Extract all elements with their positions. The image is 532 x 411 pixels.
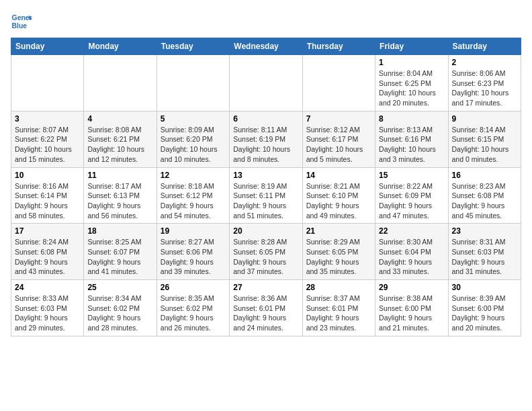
day-info: Sunrise: 8:29 AMSunset: 6:05 PMDaylight:… (306, 237, 371, 277)
weekday-header-saturday: Saturday (448, 38, 521, 55)
day-number: 6 (233, 114, 298, 124)
day-cell (84, 55, 157, 111)
day-number: 22 (379, 226, 444, 236)
day-number: 17 (15, 226, 80, 236)
weekday-header-sunday: Sunday (11, 38, 84, 55)
day-number: 28 (306, 283, 371, 292)
weekday-header-friday: Friday (375, 38, 448, 55)
day-cell: 25Sunrise: 8:34 AMSunset: 6:02 PMDayligh… (84, 280, 157, 336)
day-number: 11 (87, 171, 152, 180)
week-row-2: 10Sunrise: 8:16 AMSunset: 6:14 PMDayligh… (11, 167, 521, 224)
day-number: 26 (161, 283, 226, 292)
day-number: 29 (379, 283, 444, 292)
day-cell (302, 55, 375, 111)
day-number: 18 (87, 226, 152, 236)
day-cell: 7Sunrise: 8:12 AMSunset: 6:17 PMDaylight… (302, 111, 375, 167)
day-number: 2 (452, 58, 517, 67)
day-info: Sunrise: 8:14 AMSunset: 6:15 PMDaylight:… (452, 125, 517, 165)
day-cell: 24Sunrise: 8:33 AMSunset: 6:03 PMDayligh… (11, 280, 84, 336)
day-cell: 9Sunrise: 8:14 AMSunset: 6:15 PMDaylight… (448, 111, 521, 167)
day-cell: 20Sunrise: 8:28 AMSunset: 6:05 PMDayligh… (230, 224, 302, 280)
day-cell: 23Sunrise: 8:31 AMSunset: 6:03 PMDayligh… (448, 224, 521, 280)
day-cell: 28Sunrise: 8:37 AMSunset: 6:01 PMDayligh… (302, 280, 375, 336)
day-info: Sunrise: 8:19 AMSunset: 6:11 PMDaylight:… (233, 181, 298, 221)
day-cell: 12Sunrise: 8:18 AMSunset: 6:12 PMDayligh… (157, 167, 229, 224)
day-number: 30 (452, 283, 517, 292)
day-number: 27 (233, 283, 298, 292)
day-cell: 17Sunrise: 8:24 AMSunset: 6:08 PMDayligh… (11, 224, 84, 280)
day-info: Sunrise: 8:18 AMSunset: 6:12 PMDaylight:… (161, 181, 226, 221)
day-cell: 27Sunrise: 8:36 AMSunset: 6:01 PMDayligh… (230, 280, 302, 336)
day-info: Sunrise: 8:22 AMSunset: 6:09 PMDaylight:… (379, 181, 444, 221)
day-number: 20 (233, 226, 298, 236)
day-info: Sunrise: 8:31 AMSunset: 6:03 PMDaylight:… (452, 237, 517, 277)
day-cell: 22Sunrise: 8:30 AMSunset: 6:04 PMDayligh… (375, 224, 448, 280)
day-info: Sunrise: 8:13 AMSunset: 6:16 PMDaylight:… (379, 125, 444, 165)
weekday-header-monday: Monday (84, 38, 157, 55)
weekday-header-tuesday: Tuesday (157, 38, 229, 55)
day-info: Sunrise: 8:04 AMSunset: 6:25 PMDaylight:… (379, 68, 444, 108)
day-cell (11, 55, 84, 111)
day-cell: 19Sunrise: 8:27 AMSunset: 6:06 PMDayligh… (157, 224, 229, 280)
day-info: Sunrise: 8:34 AMSunset: 6:02 PMDaylight:… (87, 293, 152, 333)
day-number: 14 (306, 171, 371, 180)
day-cell: 29Sunrise: 8:38 AMSunset: 6:00 PMDayligh… (375, 280, 448, 336)
day-cell (230, 55, 302, 111)
day-number: 8 (379, 114, 444, 124)
day-cell: 2Sunrise: 8:06 AMSunset: 6:23 PMDaylight… (448, 55, 521, 111)
day-cell: 18Sunrise: 8:25 AMSunset: 6:07 PMDayligh… (84, 224, 157, 280)
day-number: 12 (161, 171, 226, 180)
logo: General Blue (11, 11, 32, 32)
day-info: Sunrise: 8:23 AMSunset: 6:08 PMDaylight:… (452, 181, 517, 221)
day-cell: 13Sunrise: 8:19 AMSunset: 6:11 PMDayligh… (230, 167, 302, 224)
day-cell: 6Sunrise: 8:11 AMSunset: 6:19 PMDaylight… (230, 111, 302, 167)
day-number: 23 (452, 226, 517, 236)
day-number: 9 (452, 114, 517, 124)
day-info: Sunrise: 8:06 AMSunset: 6:23 PMDaylight:… (452, 68, 517, 108)
day-number: 25 (87, 283, 152, 292)
day-info: Sunrise: 8:12 AMSunset: 6:17 PMDaylight:… (306, 125, 371, 165)
day-cell: 14Sunrise: 8:21 AMSunset: 6:10 PMDayligh… (302, 167, 375, 224)
weekday-header-thursday: Thursday (302, 38, 375, 55)
weekday-header-row: SundayMondayTuesdayWednesdayThursdayFrid… (11, 38, 521, 55)
day-info: Sunrise: 8:24 AMSunset: 6:08 PMDaylight:… (15, 237, 80, 277)
day-cell (157, 55, 229, 111)
calendar-table: SundayMondayTuesdayWednesdayThursdayFrid… (11, 38, 521, 336)
day-cell: 3Sunrise: 8:07 AMSunset: 6:22 PMDaylight… (11, 111, 84, 167)
day-number: 5 (161, 114, 226, 124)
page-header: General Blue (11, 11, 521, 32)
day-info: Sunrise: 8:36 AMSunset: 6:01 PMDaylight:… (233, 293, 298, 333)
day-info: Sunrise: 8:16 AMSunset: 6:14 PMDaylight:… (15, 181, 80, 221)
day-number: 16 (452, 171, 517, 180)
svg-text:Blue: Blue (12, 22, 28, 30)
day-info: Sunrise: 8:07 AMSunset: 6:22 PMDaylight:… (15, 125, 80, 165)
day-cell: 1Sunrise: 8:04 AMSunset: 6:25 PMDaylight… (375, 55, 448, 111)
week-row-3: 17Sunrise: 8:24 AMSunset: 6:08 PMDayligh… (11, 224, 521, 280)
day-cell: 8Sunrise: 8:13 AMSunset: 6:16 PMDaylight… (375, 111, 448, 167)
day-number: 3 (15, 114, 80, 124)
day-number: 24 (15, 283, 80, 292)
logo-icon: General Blue (11, 11, 32, 32)
day-info: Sunrise: 8:28 AMSunset: 6:05 PMDaylight:… (233, 237, 298, 277)
day-cell: 4Sunrise: 8:08 AMSunset: 6:21 PMDaylight… (84, 111, 157, 167)
day-info: Sunrise: 8:37 AMSunset: 6:01 PMDaylight:… (306, 293, 371, 333)
weekday-header-wednesday: Wednesday (230, 38, 302, 55)
day-info: Sunrise: 8:27 AMSunset: 6:06 PMDaylight:… (161, 237, 226, 277)
day-info: Sunrise: 8:09 AMSunset: 6:20 PMDaylight:… (161, 125, 226, 165)
day-cell: 15Sunrise: 8:22 AMSunset: 6:09 PMDayligh… (375, 167, 448, 224)
day-number: 1 (379, 58, 444, 67)
day-cell: 21Sunrise: 8:29 AMSunset: 6:05 PMDayligh… (302, 224, 375, 280)
day-info: Sunrise: 8:17 AMSunset: 6:13 PMDaylight:… (87, 181, 152, 221)
day-info: Sunrise: 8:39 AMSunset: 6:00 PMDaylight:… (452, 293, 517, 333)
day-info: Sunrise: 8:35 AMSunset: 6:02 PMDaylight:… (161, 293, 226, 333)
day-number: 7 (306, 114, 371, 124)
day-info: Sunrise: 8:11 AMSunset: 6:19 PMDaylight:… (233, 125, 298, 165)
week-row-4: 24Sunrise: 8:33 AMSunset: 6:03 PMDayligh… (11, 280, 521, 336)
day-cell: 11Sunrise: 8:17 AMSunset: 6:13 PMDayligh… (84, 167, 157, 224)
day-number: 10 (15, 171, 80, 180)
day-number: 4 (87, 114, 152, 124)
day-info: Sunrise: 8:25 AMSunset: 6:07 PMDaylight:… (87, 237, 152, 277)
day-cell: 16Sunrise: 8:23 AMSunset: 6:08 PMDayligh… (448, 167, 521, 224)
week-row-0: 1Sunrise: 8:04 AMSunset: 6:25 PMDaylight… (11, 55, 521, 111)
day-number: 13 (233, 171, 298, 180)
